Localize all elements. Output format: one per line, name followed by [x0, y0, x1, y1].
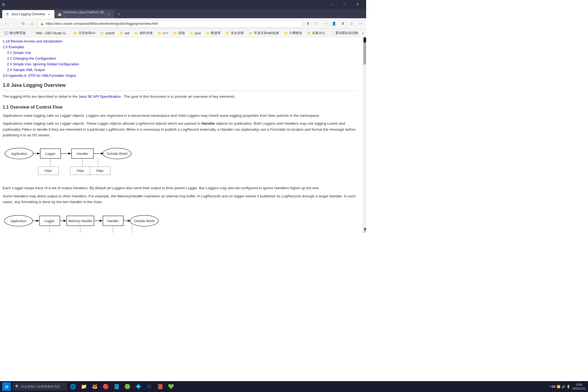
formatter-italic: Formatter	[270, 127, 286, 131]
bookmark-home-label: 在家办公	[312, 31, 325, 35]
bookmark-wechat[interactable]: 💬 微信网页版	[2, 30, 28, 36]
right-scrollbar[interactable]: ▲ ▼	[363, 37, 366, 233]
nav-bar: ← → ↻ ⌂ 🔒 https://docs.oracle.com/javase…	[0, 18, 366, 29]
bookmark-swt-icon: 📁	[120, 31, 124, 35]
handler-bold-1: Handler	[201, 121, 215, 125]
home-button[interactable]: ⌂	[28, 20, 36, 27]
control-flow-diagram-1: Application Logger Handler Outsi	[3, 143, 147, 181]
download-button[interactable]: ⬇	[339, 20, 347, 27]
bookmark-home-icon: 📁	[307, 31, 311, 35]
svg-text:Application: Application	[11, 152, 27, 156]
bookmark-db-label: 数据库	[211, 31, 221, 35]
svg-text:Filter: Filter	[96, 169, 104, 173]
address-bar[interactable]: 🔒 https://docs.oracle.com/javase/8/docs/…	[37, 20, 303, 27]
bookmark-cpp[interactable]: 📁 c++	[155, 30, 170, 36]
bookmark-wechat-label: 微信网页版	[10, 31, 26, 35]
toc-link-examples[interactable]: 2.0 Examples	[3, 45, 24, 49]
bookmark-java[interactable]: 📁 java	[188, 30, 203, 36]
favorites-star[interactable]: ☆	[348, 20, 355, 27]
svg-text:Application: Application	[11, 219, 27, 223]
levels-italic: Levels	[327, 121, 338, 125]
scrollbar-up-arrow[interactable]: ▲	[363, 37, 366, 43]
bookmark-activiti[interactable]: 📁 activiti	[98, 30, 117, 36]
api-spec-link[interactable]: Java SE API Specification	[78, 94, 121, 99]
logger-italic-1: Logger	[60, 114, 71, 118]
favorites-button[interactable]: ☆	[313, 20, 320, 27]
bookmark-swt-label: swt	[125, 31, 130, 35]
bookmark-wiki2-icon: 📁	[249, 31, 253, 35]
para-1-1-c: Each Logger keeps track of a set of outp…	[3, 185, 357, 191]
bookmark-dict[interactable]: 📄 爱词霸在线词典	[328, 30, 360, 36]
collections-button[interactable]: ⋯	[321, 20, 329, 27]
bookmark-frontend-icon: 📁	[173, 31, 177, 35]
address-text: https://docs.oracle.com/javase/8/docs/te…	[46, 22, 300, 26]
svg-text:Logger: Logger	[44, 219, 54, 223]
bookmark-swt[interactable]: 📁 swt	[117, 30, 132, 36]
bookmark-wiki2-label: 车道开发wiki链接	[254, 31, 279, 35]
toc-link-xml-output[interactable]: 2.4 Sample XML Output	[3, 68, 45, 72]
svg-text:Logger: Logger	[45, 152, 55, 156]
forward-button[interactable]: →	[11, 20, 19, 27]
toc-link-remote[interactable]: 1.18 Remote Access and Serialization	[3, 39, 62, 43]
scrollbar-thumb[interactable]	[363, 43, 366, 65]
tab-java-logging[interactable]: ☕ Java Logging Overview ✕	[2, 10, 54, 18]
bookmark-wiki-icon: 📄	[31, 31, 35, 35]
bookmark-frontend-label: 前端	[178, 31, 185, 35]
refresh-button[interactable]: ↻	[20, 20, 27, 27]
bookmark-misc[interactable]: 📁 临时杂项	[132, 30, 155, 36]
new-tab-button[interactable]: +	[115, 11, 123, 18]
bookmark-wiki-label: Wiki - OBS Studio O...	[36, 31, 68, 35]
scrollbar-down-arrow[interactable]: ▼	[363, 227, 366, 233]
toc-link-simple-use[interactable]: 2.1 Simple Use	[3, 51, 31, 55]
bookmark-wechat-icon: 💬	[4, 31, 8, 35]
bookmark-cpp-icon: 📁	[158, 31, 162, 35]
bookmark-tianan[interactable]: 📁 天安怡和oA	[71, 30, 98, 36]
toc-link-simple-ignore[interactable]: 2.3 Simple Use, Ignoring Global Configur…	[3, 62, 79, 66]
bookmark-db[interactable]: 📁 数据库	[204, 30, 223, 36]
svg-text:Filter: Filter	[77, 169, 84, 173]
window-controls: ─ □ ✕	[325, 0, 364, 9]
bookmark-java-label: java	[195, 31, 201, 35]
bookmark-billing-label: 计费模块	[289, 31, 302, 35]
browser-window: B ─ □ ✕ ☕ Java Logging Overview ✕ ☕ Over…	[0, 0, 366, 233]
tab-overview[interactable]: ☕ Overview (Java Platform SE ... ✕	[54, 10, 114, 18]
bookmark-security-icon: 📁	[226, 31, 230, 35]
close-button[interactable]: ✕	[351, 0, 364, 9]
title-bar: B ─ □ ✕	[0, 0, 366, 9]
svg-text:Memory Handler: Memory Handler	[68, 219, 93, 223]
filters-italic: Filters	[22, 127, 32, 131]
svg-text:Filter: Filter	[45, 169, 52, 173]
tab-icon-1: ☕	[5, 12, 10, 16]
logger-italic-2: Logger	[60, 121, 71, 125]
tab-close-2[interactable]: ✕	[107, 12, 111, 16]
bookmark-tianan-label: 天安怡和oA	[78, 31, 96, 35]
bookmark-java-icon: 📁	[190, 31, 194, 35]
diagram-2: Application Logger Memory Handler	[3, 209, 357, 233]
bookmark-misc-icon: 📁	[134, 31, 139, 35]
bookmarks-more-button[interactable]: »	[361, 31, 365, 36]
tab-icon-2: ☕	[58, 12, 62, 16]
bookmark-security[interactable]: 📁 安全加密	[223, 30, 246, 36]
profile-button[interactable]: 👤	[330, 20, 338, 27]
bookmark-home[interactable]: 📁 在家办公	[305, 30, 327, 36]
bookmark-billing[interactable]: 📁 计费模块	[282, 30, 304, 36]
settings-button[interactable]: ⋯	[356, 20, 364, 27]
security-icon: 🔒	[40, 22, 44, 26]
bookmark-wiki2[interactable]: 📁 车道开发wiki链接	[247, 30, 281, 36]
toc-link-changing-config[interactable]: 2.2 Changing the Configuration	[3, 56, 56, 60]
logrecord-italic-2: LogRecord	[106, 127, 124, 131]
bookmark-frontend[interactable]: 📁 前端	[171, 30, 187, 36]
logrecord-italic-1: LogRecord	[136, 121, 154, 125]
back-button[interactable]: ←	[2, 20, 10, 27]
maximize-button[interactable]: □	[338, 0, 351, 9]
bookmark-billing-icon: 📁	[284, 31, 288, 35]
bookmark-wiki[interactable]: 📄 Wiki - OBS Studio O...	[29, 30, 71, 36]
memoryhandler-italic: MemoryHandler	[117, 194, 143, 198]
diagram-1: Application Logger Handler Outsi	[3, 143, 357, 181]
minimize-button[interactable]: ─	[325, 0, 338, 9]
extensions-button[interactable]: ⬇	[304, 20, 312, 27]
toc-link-appendix[interactable]: 3.0 Appendix A: DTD for XMLFormatter Out…	[3, 74, 76, 78]
page-content: 1.18 Remote Access and Serialization 2.0…	[0, 37, 363, 233]
tab-close-1[interactable]: ✕	[47, 12, 51, 16]
para-1-1-a: Applications make logging calls on Logge…	[3, 113, 357, 119]
